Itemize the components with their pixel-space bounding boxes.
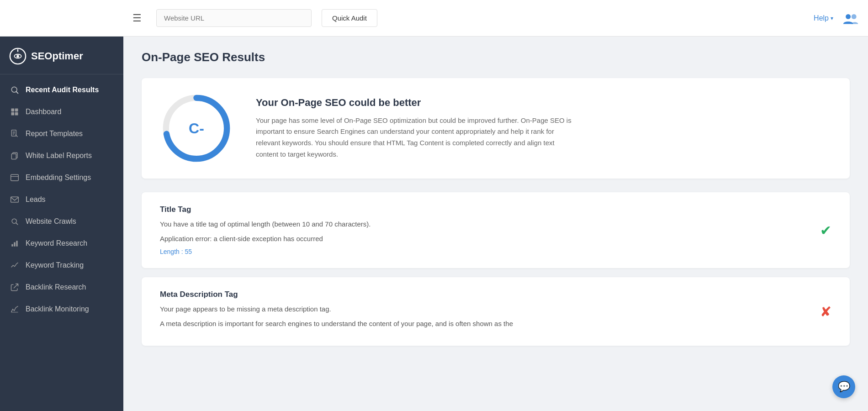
svg-rect-16 <box>11 154 16 159</box>
audit-desc-meta: Your page appears to be missing a meta d… <box>160 304 831 315</box>
svg-line-21 <box>16 223 18 225</box>
embed-icon <box>10 173 19 182</box>
body-wrapper: SEOptimer Recent Audit Results Das <box>0 37 868 411</box>
main-content: On-Page SEO Results C- Your On-Page SEO … <box>123 37 868 411</box>
audit-error-meta: A meta description is important for sear… <box>160 318 831 329</box>
svg-rect-19 <box>11 197 19 202</box>
page-title: On-Page SEO Results <box>142 50 850 64</box>
audit-meta: Length : 55 <box>160 248 831 255</box>
sidebar-item-backlink-research[interactable]: Backlink Research <box>0 276 123 298</box>
svg-rect-17 <box>11 174 19 180</box>
sidebar-item-dashboard[interactable]: Dashboard <box>0 101 123 123</box>
tracking-icon <box>10 261 19 270</box>
svg-rect-24 <box>16 241 17 247</box>
chat-bubble[interactable]: 💬 <box>832 375 855 398</box>
header-right: Help ▾ <box>814 10 859 26</box>
score-info: Your On-Page SEO could be better Your pa… <box>256 97 576 160</box>
search-icon <box>10 85 19 95</box>
audit-title: Title Tag <box>160 205 831 214</box>
menu-icon[interactable]: ☰ <box>132 12 142 24</box>
svg-rect-8 <box>15 109 18 112</box>
svg-rect-9 <box>11 112 15 116</box>
logo-icon <box>9 47 26 65</box>
user-icon[interactable] <box>842 10 859 26</box>
score-heading: Your On-Page SEO could be better <box>256 97 576 109</box>
audit-item-meta-description: Meta Description Tag Your page appears t… <box>142 277 850 346</box>
svg-rect-22 <box>11 244 13 247</box>
audit-status-fail: ✘ <box>820 304 831 320</box>
svg-point-0 <box>846 14 851 19</box>
report-icon <box>10 129 19 138</box>
sidebar-nav: Recent Audit Results Dashboard <box>0 74 123 325</box>
score-description: Your page has some level of On-Page SEO … <box>256 115 576 160</box>
sidebar-item-recent-audit[interactable]: Recent Audit Results <box>0 79 123 101</box>
sidebar-item-keyword-tracking[interactable]: Keyword Tracking <box>0 254 123 276</box>
dashboard-icon <box>10 107 19 116</box>
url-input[interactable] <box>156 9 312 27</box>
bar-chart-icon <box>10 239 19 248</box>
sidebar-item-backlink-monitoring[interactable]: Backlink Monitoring <box>0 298 123 320</box>
audit-item-title-tag: Title Tag You have a title tag of optima… <box>142 192 850 268</box>
svg-rect-10 <box>15 112 18 116</box>
header: ☰ Quick Audit Help ▾ <box>0 0 868 37</box>
logo-text: SEOptimer <box>31 50 83 62</box>
help-chevron-icon: ▾ <box>831 15 833 21</box>
score-grade: C- <box>189 120 204 137</box>
svg-point-1 <box>852 14 857 19</box>
sidebar-logo: SEOptimer <box>0 37 123 74</box>
sidebar: SEOptimer Recent Audit Results Das <box>0 37 123 411</box>
score-circle: C- <box>160 92 233 165</box>
audit-error: Application error: a client-side excepti… <box>160 233 831 244</box>
audit-status-pass: ✔ <box>820 222 831 238</box>
svg-point-3 <box>16 55 19 58</box>
sidebar-item-leads[interactable]: Leads <box>0 189 123 211</box>
crawl-icon <box>10 217 19 226</box>
quick-audit-button[interactable]: Quick Audit <box>322 9 377 27</box>
help-button[interactable]: Help ▾ <box>814 14 833 22</box>
svg-line-6 <box>16 92 18 94</box>
sidebar-item-report-templates[interactable]: Report Templates <box>0 123 123 145</box>
score-card: C- Your On-Page SEO could be better Your… <box>142 78 850 179</box>
line-chart-icon <box>10 305 19 314</box>
svg-rect-7 <box>11 109 15 112</box>
copy-icon <box>10 151 19 160</box>
audit-desc: You have a title tag of optimal length (… <box>160 219 831 230</box>
sidebar-item-website-crawls[interactable]: Website Crawls <box>0 211 123 232</box>
link-out-icon <box>10 283 19 292</box>
audit-title-meta: Meta Description Tag <box>160 290 831 299</box>
chat-icon: 💬 <box>838 381 850 393</box>
sidebar-item-keyword-research[interactable]: Keyword Research <box>0 232 123 254</box>
envelope-icon <box>10 195 19 204</box>
sidebar-item-white-label[interactable]: White Label Reports <box>0 145 123 167</box>
sidebar-item-embedding[interactable]: Embedding Settings <box>0 167 123 189</box>
svg-rect-23 <box>14 242 15 247</box>
